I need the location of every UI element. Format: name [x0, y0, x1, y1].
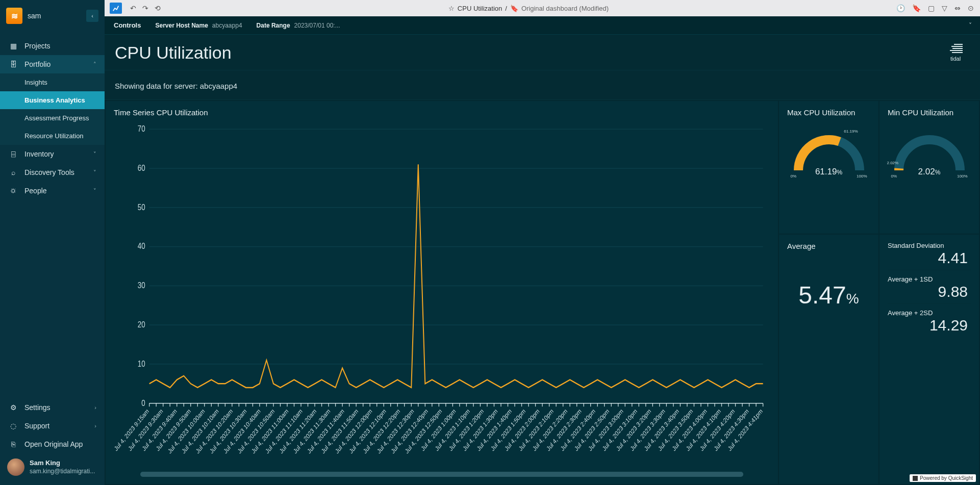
footer-text: Powered by QuickSight — [920, 475, 973, 481]
breadcrumb-sep: / — [505, 5, 507, 12]
sidebar-item-label: Inventory — [24, 150, 54, 158]
svg-text:0: 0 — [141, 398, 145, 407]
quicksight-icon — [913, 476, 918, 481]
svg-text:60: 60 — [138, 164, 145, 172]
chevron-down-icon: ˅ — [93, 188, 96, 194]
sidebar-item-portfolio[interactable]: 🗄 Portfolio ˄ — [0, 55, 105, 73]
min-gauge: 2.02% 2.02% 0%100% — [888, 132, 971, 178]
gauge-current-label: 2.02% — [887, 161, 899, 165]
user-card[interactable]: Sam King sam.king@tidalmigrati... — [0, 453, 105, 481]
panel-title: Average — [787, 242, 870, 250]
tidal-logo-icon — [948, 44, 963, 54]
portfolio-icon: 🗄 — [8, 60, 18, 68]
sidebar-sub-assessment-progress[interactable]: Assessment Progress — [0, 109, 105, 127]
sidebar-item-label: Projects — [24, 42, 51, 50]
subheader: Showing data for server: abcyaapp4 — [105, 70, 980, 100]
bookmark-icon[interactable]: 🔖 — [911, 3, 922, 13]
sidebar-sub-insights[interactable]: Insights — [0, 73, 105, 91]
avatar — [7, 458, 24, 476]
breadcrumb-main[interactable]: CPU Utilization — [458, 5, 502, 12]
projects-icon: ▦ — [8, 42, 18, 50]
redo-icon[interactable]: ↷ — [141, 3, 149, 13]
page-header: CPU Utilization tidal — [105, 35, 980, 65]
help-icon: ◌ — [8, 422, 18, 430]
sidebar: ≋ sam ‹ ▦ Projects 🗄 Portfolio ˄ Insight… — [0, 0, 105, 485]
control-value: 2023/07/01 00:... — [294, 22, 340, 29]
sidebar-item-inventory[interactable]: ⌸ Inventory ˅ — [0, 145, 105, 163]
powered-by-badge: Powered by QuickSight — [910, 474, 976, 482]
sidebar-item-projects[interactable]: ▦ Projects — [0, 37, 105, 55]
sidebar-item-label: Open Original App — [24, 440, 83, 448]
sidebar-header: ≋ sam ‹ — [0, 0, 105, 32]
controls-expand-icon[interactable]: ˅ — [969, 22, 972, 29]
current-user-name: sam — [28, 12, 41, 20]
app-logo-icon: ≋ — [6, 8, 22, 24]
user-icon[interactable]: ⊙ — [967, 3, 975, 13]
fit-icon[interactable]: ⇔ — [953, 3, 962, 13]
scrollbar-thumb[interactable] — [140, 472, 743, 477]
chevron-right-icon: › — [94, 423, 96, 429]
average-panel: Average 5.47% — [779, 235, 878, 484]
topbar-actions: 🕑 🔖 ▢ ▽ ⇔ ⊙ — [895, 3, 975, 13]
gauge-current-label: 61.19% — [844, 129, 858, 134]
control-key: Date Range — [257, 22, 290, 29]
sidebar-nav: ▦ Projects 🗄 Portfolio ˄ Insights Busine… — [0, 32, 105, 394]
min-cpu-panel: Min CPU Utilization 2.02% 2.02% 0%100% — [880, 101, 979, 234]
panel-title: Standard Deviation — [888, 242, 971, 249]
sidebar-item-label: Portfolio — [24, 60, 51, 68]
search-icon: ⌕ — [8, 168, 18, 176]
undo-icon[interactable]: ↶ — [129, 3, 137, 13]
svg-text:20: 20 — [138, 320, 145, 329]
dashboard-name[interactable]: Original dashboard (Modified) — [521, 5, 609, 12]
sd-value: 4.41 — [888, 249, 971, 267]
tidal-brand: tidal — [944, 44, 970, 62]
panel-title: Average + 1SD — [888, 275, 971, 283]
sheet-icon[interactable]: ▢ — [927, 3, 936, 13]
sidebar-footer: ⚙ Settings › ◌ Support › ⎘ Open Original… — [0, 394, 105, 485]
chevron-right-icon: › — [94, 404, 96, 411]
refresh-icon[interactable]: ⟲ — [154, 3, 162, 13]
page-title: CPU Utilization — [115, 43, 232, 63]
timeseries-chart[interactable]: 010203040506070Jul 4, 2023 9:15amJul 4, … — [114, 121, 770, 470]
user-full-name: Sam King — [30, 459, 95, 467]
panel-title: Average + 2SD — [888, 309, 971, 317]
filter-icon[interactable]: ▽ — [941, 3, 948, 13]
panel-title: Time Series CPU Utilization — [114, 108, 770, 117]
people-icon: ⛭ — [8, 187, 18, 195]
sidebar-sub-resource-utilization[interactable]: Resource Utilization — [0, 127, 105, 145]
sidebar-collapse-button[interactable]: ‹ — [86, 10, 98, 22]
app-logo-wrap: ≋ sam — [6, 8, 41, 24]
topbar: ↶ ↷ ⟲ ☆ CPU Utilization / 🔖 Original das… — [105, 0, 980, 16]
panel-title: Max CPU Utilization — [787, 108, 870, 117]
control-server-host[interactable]: Server Host Name abcyaapp4 — [155, 22, 242, 29]
brand-text: tidal — [950, 56, 961, 62]
sidebar-item-people[interactable]: ⛭ People ˅ — [0, 182, 105, 200]
inventory-icon: ⌸ — [8, 150, 18, 158]
chart-scrollbar[interactable] — [140, 472, 743, 477]
sidebar-item-settings[interactable]: ⚙ Settings › — [0, 398, 105, 417]
control-date-range[interactable]: Date Range 2023/07/01 00:... — [257, 22, 340, 29]
timeseries-panel: Time Series CPU Utilization 010203040506… — [106, 101, 778, 484]
sidebar-item-label: People — [24, 187, 47, 195]
chevron-down-icon: ˅ — [93, 169, 96, 176]
gauge-value: 61.19% — [791, 167, 867, 177]
svg-text:50: 50 — [138, 203, 145, 212]
sidebar-item-discovery-tools[interactable]: ⌕ Discovery Tools ˅ — [0, 163, 105, 182]
star-icon[interactable]: ☆ — [448, 5, 455, 12]
sidebar-item-support[interactable]: ◌ Support › — [0, 417, 105, 435]
svg-text:70: 70 — [138, 124, 145, 133]
sidebar-item-label: Discovery Tools — [24, 168, 74, 176]
sidebar-item-open-original[interactable]: ⎘ Open Original App — [0, 435, 105, 453]
main: ↶ ↷ ⟲ ☆ CPU Utilization / 🔖 Original das… — [105, 0, 980, 485]
gear-icon: ⚙ — [8, 403, 18, 412]
clock-icon[interactable]: 🕑 — [895, 3, 906, 13]
panel-title: Min CPU Utilization — [888, 108, 971, 117]
sidebar-sub-business-analytics[interactable]: Business Analytics — [0, 91, 105, 109]
svg-text:40: 40 — [138, 242, 145, 250]
sidebar-item-label: Support — [24, 422, 49, 430]
user-email: sam.king@tidalmigrati... — [30, 468, 95, 475]
bookmark-icon: 🔖 — [510, 5, 518, 12]
chevron-up-icon: ˄ — [93, 61, 96, 68]
control-key: Server Host Name — [155, 22, 208, 29]
max-cpu-panel: Max CPU Utilization 61.19% 61.19% 0%100% — [779, 101, 878, 234]
